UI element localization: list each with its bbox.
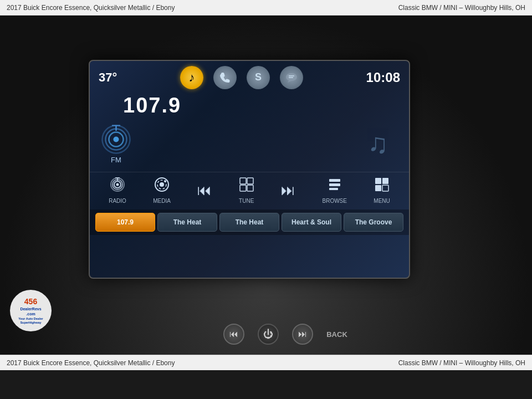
watermark-numbers: 456 (10, 296, 52, 306)
svg-point-0 (286, 73, 297, 81)
footer-bar: 2017 Buick Encore Essence, Quicksilver M… (0, 355, 532, 370)
radio-control-button[interactable]: RADIO (105, 175, 130, 206)
music-icon-button[interactable]: ♪ (180, 66, 203, 89)
svg-rect-26 (329, 188, 338, 190)
svg-rect-28 (382, 178, 388, 184)
svg-rect-21 (247, 178, 253, 184)
car-power-button[interactable]: ⏻ (258, 324, 279, 345)
frequency-display: 107.9 (90, 91, 409, 122)
fastforward-control-button[interactable]: ⏭ (278, 180, 299, 201)
temperature-display: 37° (99, 70, 117, 85)
svg-rect-23 (247, 185, 253, 191)
browse-control-icon (327, 177, 342, 196)
menu-control-label: MENU (374, 198, 390, 204)
header-right-text: Classic BMW / MINI – Willoughby Hills, O… (398, 4, 525, 12)
media-control-icon (154, 177, 170, 196)
radio-svg-icon (101, 124, 131, 155)
svg-rect-24 (329, 179, 340, 182)
radio-control-label: RADIO (109, 198, 126, 204)
footer-left-text: 2017 Buick Encore Essence, Quicksilver M… (7, 359, 175, 367)
back-label: BACK (326, 330, 347, 339)
preset-button-4[interactable]: Heart & Soul (282, 213, 341, 232)
screen-main-content: FM ♫ (90, 122, 409, 172)
svg-rect-29 (375, 185, 381, 191)
tune-control-button[interactable]: TUNE (236, 175, 258, 206)
infotainment-screen: 37° ♪ S 10:08 (89, 60, 410, 279)
tune-control-label: TUNE (239, 198, 254, 204)
preset-button-5[interactable]: The Groove (344, 213, 403, 232)
music-note-decoration: ♫ (365, 126, 398, 162)
tune-control-icon (239, 177, 254, 196)
svg-rect-20 (240, 178, 246, 184)
screen-top-bar: 37° ♪ S 10:08 (90, 61, 409, 91)
menu-control-button[interactable]: MENU (370, 175, 393, 206)
svg-rect-22 (240, 185, 246, 191)
svg-point-17 (160, 182, 164, 187)
header-left-text: 2017 Buick Encore Essence, Quicksilver M… (7, 4, 175, 12)
watermark-brand: DealerRevs (10, 306, 52, 311)
preset-buttons-row: 107.9 The Heat The Heat Heart & Soul The… (90, 209, 409, 235)
siri-icon-button[interactable]: S (247, 66, 270, 89)
car-fastforward-button[interactable]: ⏭ (292, 324, 313, 345)
svg-point-6 (114, 137, 119, 142)
browse-control-label: BROWSE (322, 198, 346, 204)
media-control-button[interactable]: MEDIA (150, 175, 174, 206)
preset-button-2[interactable]: The Heat (157, 213, 217, 232)
svg-text:♫: ♫ (367, 128, 388, 159)
header-bar: 2017 Buick Encore Essence, Quicksilver M… (0, 0, 532, 16)
time-display: 10:08 (366, 70, 400, 85)
svg-point-19 (164, 180, 166, 182)
fm-label: FM (111, 156, 121, 164)
media-control-label: MEDIA (153, 198, 171, 204)
svg-rect-30 (382, 185, 388, 191)
svg-rect-27 (375, 178, 381, 184)
phone-icon-button[interactable] (213, 66, 237, 89)
car-controls-row: ⏮ ⏻ ⏭ BACK (94, 324, 477, 345)
car-rewind-button[interactable]: ⏮ (223, 324, 244, 345)
watermark-tagline: Your Auto Dealer SuperHighway (10, 317, 52, 325)
svg-point-13 (116, 183, 119, 186)
footer-right-text: Classic BMW / MINI – Willoughby Hills, O… (398, 359, 525, 367)
radio-control-icon (110, 177, 125, 196)
fm-radio-icon: FM (101, 124, 131, 164)
svg-rect-25 (329, 183, 340, 186)
preset-button-3[interactable]: The Heat (219, 213, 279, 232)
browse-control-button[interactable]: BROWSE (319, 175, 350, 206)
top-icon-row: ♪ S (180, 66, 303, 89)
screen-controls: RADIO MEDIA ⏮ (90, 172, 409, 209)
fastforward-control-icon: ⏭ (281, 182, 295, 199)
dealerrevs-watermark: 456 DealerRevs .com Your Auto Dealer Sup… (10, 290, 52, 331)
rewind-control-icon: ⏮ (197, 182, 212, 199)
rewind-control-button[interactable]: ⏮ (194, 180, 215, 201)
photo-area: 37° ♪ S 10:08 (0, 16, 532, 355)
watermark-text: 456 DealerRevs .com Your Auto Dealer Sup… (10, 296, 52, 325)
preset-button-1[interactable]: 107.9 (95, 213, 155, 232)
messages-icon-button[interactable] (280, 66, 303, 89)
menu-control-icon (374, 177, 390, 196)
watermark-dot-com: .com (10, 311, 52, 316)
